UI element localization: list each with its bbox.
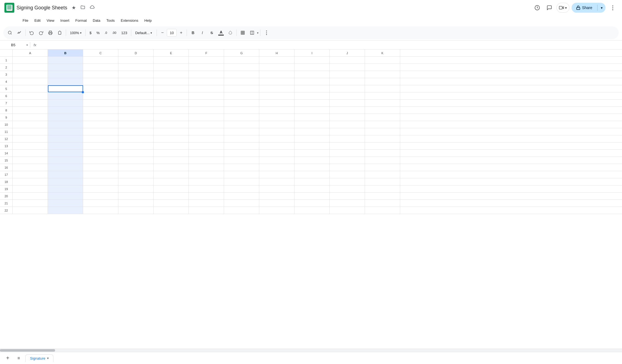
cell-e21[interactable]: [154, 200, 189, 207]
cell-c21[interactable]: [83, 200, 118, 207]
row-number-1[interactable]: 1: [0, 57, 13, 64]
cell-e19[interactable]: [154, 185, 189, 192]
cell-i19[interactable]: [294, 185, 330, 192]
cell-k8[interactable]: [365, 107, 400, 114]
more-options-button[interactable]: ⋮: [608, 3, 618, 13]
cell-i14[interactable]: [294, 150, 330, 157]
cell-e8[interactable]: [154, 107, 189, 114]
cell-f19[interactable]: [189, 185, 224, 192]
cell-h13[interactable]: [259, 143, 294, 149]
cell-i21[interactable]: [294, 200, 330, 207]
merge-cells-button[interactable]: [248, 28, 257, 37]
row-number-10[interactable]: 10: [0, 121, 13, 128]
cell-b20[interactable]: [48, 193, 83, 199]
cell-i10[interactable]: [294, 121, 330, 128]
cell-j12[interactable]: [330, 135, 365, 142]
col-header-b[interactable]: B: [48, 50, 83, 56]
sheet-tab-chevron[interactable]: ▾: [47, 356, 49, 360]
cell-a8[interactable]: [13, 107, 48, 114]
cell-j6[interactable]: [330, 92, 365, 99]
cell-f13[interactable]: [189, 143, 224, 149]
row-number-6[interactable]: 6: [0, 92, 13, 99]
cell-a4[interactable]: [13, 78, 48, 85]
cell-h4[interactable]: [259, 78, 294, 85]
cell-i12[interactable]: [294, 135, 330, 142]
horizontal-scrollbar[interactable]: [0, 349, 622, 352]
borders-button[interactable]: [238, 28, 247, 37]
cell-a1[interactable]: [13, 57, 48, 64]
cell-j7[interactable]: [330, 100, 365, 106]
cell-j1[interactable]: [330, 57, 365, 64]
cell-e10[interactable]: [154, 121, 189, 128]
cell-k6[interactable]: [365, 92, 400, 99]
cell-c7[interactable]: [83, 100, 118, 106]
row-number-4[interactable]: 4: [0, 78, 13, 85]
cell-h14[interactable]: [259, 150, 294, 157]
cell-j19[interactable]: [330, 185, 365, 192]
strikethrough-button[interactable]: S̶: [207, 28, 216, 37]
italic-button[interactable]: I: [198, 28, 207, 37]
cell-b7[interactable]: [48, 100, 83, 106]
cell-c18[interactable]: [83, 178, 118, 185]
cell-g1[interactable]: [224, 57, 259, 64]
fill-color-button[interactable]: [226, 28, 235, 37]
row-number-12[interactable]: 12: [0, 135, 13, 142]
cell-e17[interactable]: [154, 171, 189, 178]
cell-f6[interactable]: [189, 92, 224, 99]
cell-j3[interactable]: [330, 71, 365, 78]
cell-reference-input[interactable]: [2, 43, 24, 47]
font-size-minus[interactable]: −: [159, 29, 166, 37]
cell-j9[interactable]: [330, 114, 365, 121]
cell-g4[interactable]: [224, 78, 259, 85]
cell-h10[interactable]: [259, 121, 294, 128]
col-header-f[interactable]: F: [189, 50, 224, 56]
cell-b22[interactable]: [48, 207, 83, 214]
cell-i5[interactable]: [294, 85, 330, 92]
paint-format-button[interactable]: [15, 28, 24, 37]
cell-f2[interactable]: [189, 64, 224, 71]
cell-i2[interactable]: [294, 64, 330, 71]
cell-d17[interactable]: [118, 171, 154, 178]
cell-h15[interactable]: [259, 157, 294, 164]
cell-k1[interactable]: [365, 57, 400, 64]
cell-a7[interactable]: [13, 100, 48, 106]
cell-a18[interactable]: [13, 178, 48, 185]
menu-file[interactable]: File: [20, 17, 31, 24]
menu-extensions[interactable]: Extensions: [118, 17, 141, 24]
cell-k4[interactable]: [365, 78, 400, 85]
cell-a9[interactable]: [13, 114, 48, 121]
cell-b10[interactable]: [48, 121, 83, 128]
row-number-11[interactable]: 11: [0, 128, 13, 135]
cell-k13[interactable]: [365, 143, 400, 149]
cell-k9[interactable]: [365, 114, 400, 121]
cell-g21[interactable]: [224, 200, 259, 207]
font-selector[interactable]: Default... ▾: [133, 30, 155, 36]
cell-g16[interactable]: [224, 164, 259, 171]
print-button[interactable]: [46, 28, 55, 37]
cell-g11[interactable]: [224, 128, 259, 135]
row-number-22[interactable]: 22: [0, 207, 13, 214]
cell-h18[interactable]: [259, 178, 294, 185]
cell-a22[interactable]: [13, 207, 48, 214]
search-button[interactable]: [6, 28, 14, 37]
cell-g12[interactable]: [224, 135, 259, 142]
row-number-15[interactable]: 15: [0, 157, 13, 164]
cell-f17[interactable]: [189, 171, 224, 178]
cell-g2[interactable]: [224, 64, 259, 71]
sheet-tab-signature[interactable]: Signature ▾: [25, 354, 53, 362]
cell-g18[interactable]: [224, 178, 259, 185]
cell-g13[interactable]: [224, 143, 259, 149]
cell-d22[interactable]: [118, 207, 154, 214]
history-button[interactable]: [532, 3, 542, 13]
cell-d21[interactable]: [118, 200, 154, 207]
cell-h3[interactable]: [259, 71, 294, 78]
cell-b18[interactable]: [48, 178, 83, 185]
col-header-a[interactable]: A: [13, 50, 48, 56]
cell-f9[interactable]: [189, 114, 224, 121]
cell-d5[interactable]: [118, 85, 154, 92]
cell-g19[interactable]: [224, 185, 259, 192]
percent-button[interactable]: %: [94, 30, 102, 36]
cell-c14[interactable]: [83, 150, 118, 157]
cell-f18[interactable]: [189, 178, 224, 185]
cell-b21[interactable]: [48, 200, 83, 207]
